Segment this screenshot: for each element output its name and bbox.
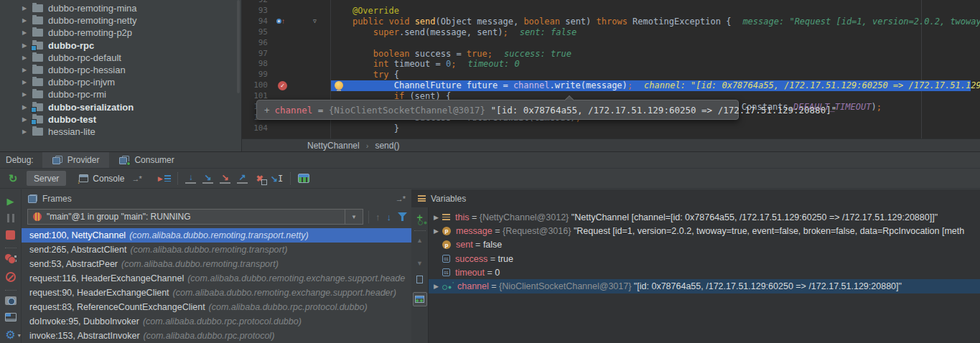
tree-item-dubbo-rpc-hessian[interactable]: ▶dubbo-rpc-hessian — [0, 64, 241, 76]
frames-panel: Frames →* "main"@1 in group "main": RUNN… — [22, 189, 411, 343]
stack-frame-row[interactable]: send:265, AbstractClient(com.alibaba.dub… — [22, 243, 411, 257]
debug-session-toolbar: ▶ ⚙ — [0, 189, 22, 343]
settings-gear-button[interactable]: ⚙ — [5, 329, 15, 341]
line-number[interactable]: 97 — [242, 49, 268, 60]
pause-button[interactable] — [7, 214, 14, 222]
tree-scrollbar[interactable] — [237, 0, 240, 93]
pin-icon: →* — [131, 174, 141, 183]
evaluate-expression-button[interactable] — [295, 171, 312, 187]
mute-breakpoints-button[interactable] — [6, 272, 16, 282]
step-out-button[interactable]: ↗ — [234, 171, 251, 187]
variable-row-this[interactable]: ▶this = {NettyChannel@3012} "NettyChanne… — [429, 210, 980, 224]
step-into-button[interactable]: ↘ — [200, 171, 217, 187]
overrides-method-icon[interactable]: ↑ — [276, 18, 285, 25]
stack-frame-row[interactable]: invoke:153, AbstractInvoker(com.alibaba.… — [22, 329, 411, 343]
expand-arrow-icon[interactable]: ▶ — [22, 128, 32, 135]
stack-frame-row[interactable]: request:83, ReferenceCountExchangeClient… — [22, 300, 411, 314]
copy-value-button[interactable] — [416, 276, 423, 283]
stack-frame-row[interactable]: request:116, HeaderExchangeChannel(com.a… — [22, 271, 411, 286]
expand-arrow-icon[interactable]: ▶ — [22, 55, 32, 61]
frames-list: send:100, NettyChannel(com.alibaba.dubbo… — [22, 228, 411, 343]
variable-row-message[interactable]: ▶pmessage = {Request@3016} "Request [id=… — [429, 224, 980, 238]
tab-server[interactable]: Server — [27, 171, 66, 186]
toolbar-separator — [290, 172, 291, 184]
show-watches-toggle-button[interactable] — [413, 292, 427, 306]
frames-icon — [28, 194, 37, 203]
fold-marker-icon[interactable]: ▽ — [313, 17, 317, 27]
expand-arrow-icon[interactable]: ▶ — [22, 79, 32, 85]
line-number[interactable]: 98 — [242, 59, 268, 70]
tree-item-dubbo-remoting-p2p[interactable]: ▶dubbo-remoting-p2p — [0, 27, 241, 39]
line-number[interactable]: 100 — [242, 80, 268, 91]
variable-equals: = — [489, 281, 499, 291]
expand-arrow-icon[interactable]: ▶ — [22, 17, 32, 24]
expand-arrow-icon[interactable]: ▶ — [430, 283, 442, 290]
stop-button[interactable] — [6, 230, 15, 240]
line-number[interactable]: 92 — [242, 0, 268, 6]
tooltip-value: "[id: 0x78764a55, /172.17.51.129:60250 =… — [491, 105, 837, 116]
resume-button[interactable]: ▶ — [7, 197, 14, 206]
line-number[interactable]: 96 — [242, 38, 268, 49]
step-over-button[interactable]: ↓ — [182, 171, 200, 187]
thread-dropdown[interactable]: "main"@1 in group "main": RUNNING — [27, 209, 345, 225]
breadcrumb-method[interactable]: send() — [375, 141, 399, 151]
stack-frame-row[interactable]: request:90, HeaderExchangeClient(com.ali… — [22, 286, 411, 300]
expand-arrow-icon[interactable]: ▶ — [430, 214, 442, 221]
expand-arrow-icon[interactable]: ▶ — [22, 29, 32, 36]
expand-arrow-icon[interactable]: ▶ — [22, 91, 32, 98]
expand-arrow-icon[interactable]: ▶ — [22, 5, 32, 11]
tab-console[interactable]: Console →* — [72, 171, 148, 186]
line-number[interactable]: 104 — [242, 123, 268, 134]
frame-package: (com.alibaba.dubbo.rpc.protocol.dubbo) — [143, 316, 302, 326]
stack-frame-row[interactable]: send:100, NettyChannel(com.alibaba.dubbo… — [22, 228, 411, 243]
tree-item-dubbo-remoting-mina[interactable]: ▶dubbo-remoting-mina — [0, 2, 241, 14]
line-number[interactable]: 95 — [242, 27, 268, 38]
expand-arrow-icon[interactable]: ▶ — [430, 227, 442, 235]
force-step-into-button[interactable]: ↘ — [217, 171, 234, 187]
code-editor[interactable]: 9293 @Override94↑▽ public void send(Obje… — [242, 0, 980, 138]
frame-method: send:53, AbstractPeer — [29, 259, 118, 269]
stack-frame-row[interactable]: doInvoke:95, DubboInvoker(com.alibaba.du… — [22, 314, 411, 329]
pin-icon[interactable]: →* — [396, 194, 405, 203]
expand-arrow-icon[interactable]: ▶ — [22, 67, 32, 73]
next-frame-button[interactable]: ↓ — [387, 212, 392, 222]
expand-plus-icon[interactable]: + — [264, 105, 270, 116]
tree-item-dubbo-serialization[interactable]: ▶dubbo-serialization — [0, 101, 241, 113]
tree-item-label: dubbo-serialization — [48, 102, 134, 113]
line-number[interactable]: 94 — [242, 17, 268, 27]
variable-row-channel[interactable]: ▶channel = {NioClientSocketChannel@3017}… — [429, 279, 980, 293]
breadcrumb-class[interactable]: NettyChannel — [307, 141, 360, 151]
tree-item-dubbo-rpc-rmi[interactable]: ▶dubbo-rpc-rmi — [0, 88, 241, 100]
restore-layout-button[interactable] — [5, 313, 17, 321]
show-execution-point-button[interactable]: ▶ — [156, 171, 173, 187]
view-breakpoints-button[interactable] — [5, 254, 17, 264]
tree-item-hessian-lite[interactable]: ▶hessian-lite — [0, 126, 241, 138]
tree-item-dubbo-rpc-injvm[interactable]: ▶dubbo-rpc-injvm — [0, 76, 241, 88]
run-to-cursor-button[interactable]: ↘I — [269, 171, 286, 187]
tree-item-dubbo-remoting-netty[interactable]: ▶dubbo-remoting-netty — [0, 14, 241, 27]
tree-item-dubbo-rpc[interactable]: ▶dubbo-rpc — [0, 39, 241, 52]
variable-row-success[interactable]: 01success = true — [429, 252, 980, 266]
move-watch-up-button[interactable]: ▲ — [416, 237, 423, 244]
variable-row-sent[interactable]: psent = false — [429, 238, 980, 252]
stack-frame-row[interactable]: send:53, AbstractPeer(com.alibaba.dubbo.… — [22, 257, 411, 271]
variables-toolbar: + ▲ ▼ — [411, 207, 429, 343]
hide-library-frames-filter-icon[interactable] — [398, 212, 407, 221]
thread-label: "main"@1 in group "main": RUNNING — [47, 212, 191, 222]
debug-tab-consumer[interactable]: Consumer — [109, 152, 184, 168]
line-number[interactable]: 99 — [242, 70, 268, 80]
variable-row-timeout[interactable]: 01timeout = 0 — [429, 266, 980, 279]
tree-item-dubbo-rpc-default[interactable]: ▶dubbo-rpc-default — [0, 52, 241, 64]
line-number[interactable]: 93 — [242, 6, 268, 17]
frame-package: (com.alibaba.dubbo.remoting.exchange.sup… — [187, 273, 405, 283]
previous-frame-button[interactable]: ↑ — [375, 212, 381, 222]
thread-dropdown-arrow[interactable]: ▼ — [345, 209, 363, 225]
thread-dump-button[interactable] — [5, 296, 17, 305]
drop-frame-button[interactable]: ✖ — [251, 171, 269, 187]
new-watch-button[interactable]: + — [416, 213, 422, 222]
move-watch-down-button[interactable]: ▼ — [416, 260, 423, 267]
breakpoint-icon[interactable]: ✓ — [278, 81, 287, 90]
tree-item-dubbo-test[interactable]: ▶dubbo-test — [0, 113, 241, 126]
debug-tab-provider[interactable]: Provider — [42, 152, 110, 168]
rerun-icon[interactable]: ↻ — [5, 172, 21, 185]
